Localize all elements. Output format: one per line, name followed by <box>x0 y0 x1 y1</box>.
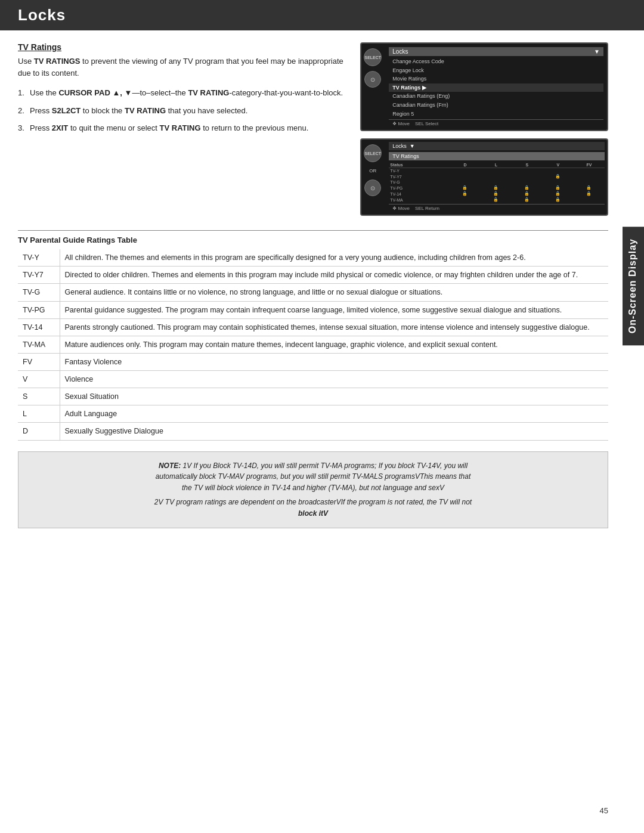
rating-description: Mature audiences only. This program may … <box>60 336 608 353</box>
top-section: TV Ratings Use TV RATINGS to prevent the… <box>18 42 608 216</box>
ratings-table-title: TV Parental Guide Ratings Table <box>18 231 608 244</box>
step-3: 3. Press 2XIT to quit the menu or select… <box>18 122 348 134</box>
table-row: TV-14 Parents strongly cautioned. This p… <box>18 318 608 336</box>
table-row: FV Fantasy Violence <box>18 353 608 370</box>
menu-item-canadian-eng: Canadian Ratings (Eng) <box>389 92 603 101</box>
right-column: SELECT ⊙ Locks ▼ Change Access Code Enga… <box>360 42 608 216</box>
screen1-menu-title: Locks ▼ <box>389 47 603 56</box>
menu-item-movie-ratings: Movie Ratings <box>389 75 603 83</box>
col-header-s: S <box>512 162 543 168</box>
ratings-section: TV Parental Guide Ratings Table TV-Y All… <box>18 230 608 440</box>
rating-label: TV-PG <box>18 301 60 318</box>
rating-description: Fantasy Violence <box>60 353 608 370</box>
rating-label: D <box>18 423 60 440</box>
col-header-fv: FV <box>574 162 605 168</box>
rating-label: L <box>18 405 60 423</box>
table-row: TV-Y <box>389 168 605 174</box>
rating-label: TV-14 <box>18 318 60 336</box>
rating-label: TV-Y7 <box>18 267 60 284</box>
table-row: TV-G General audience. It contains littl… <box>18 284 608 301</box>
table-row: TV-MA 🔒🔒🔒 <box>389 197 605 203</box>
rating-description: Adult Language <box>60 405 608 423</box>
table-row: TV-14 🔒🔒🔒🔒🔒 <box>389 191 605 197</box>
table-row: TV-PG Parental guidance suggested. The p… <box>18 301 608 318</box>
rating-description: Parental guidance suggested. The program… <box>60 301 608 318</box>
main-content: TV Ratings Use TV RATINGS to prevent the… <box>0 30 644 540</box>
or-label: OR <box>368 167 377 175</box>
col-header-status: Status <box>389 162 450 168</box>
page-header: Locks <box>0 0 644 30</box>
col-header-d: D <box>450 162 481 168</box>
screen2-sub-menu: TV Ratings <box>389 152 605 160</box>
rating-label: FV <box>18 353 60 370</box>
select-button-1[interactable]: SELECT <box>364 48 382 66</box>
table-row: TV-Y7 🔒 <box>389 174 605 179</box>
dpad-2[interactable]: ⊙ <box>364 179 381 196</box>
screen-mockup-1: SELECT ⊙ Locks ▼ Change Access Code Enga… <box>360 42 608 131</box>
screen-mockup-2: SELECT OR ⊙ Locks ▼ TV Ratings Status <box>360 138 608 216</box>
table-row: TV-G <box>389 179 605 185</box>
screen2-buttons: SELECT OR ⊙ <box>361 140 384 201</box>
menu-item-engage-lock: Engage Lock <box>389 66 603 75</box>
note-box: NOTE: 1V If you Block TV-14D, you will s… <box>18 451 608 528</box>
screen1-display: Locks ▼ Change Access Code Engage Lock M… <box>388 44 607 130</box>
page-number: 45 <box>600 806 608 815</box>
table-row: TV-Y7 Directed to older children. Themes… <box>18 267 608 284</box>
table-row: S Sexual Situation <box>18 388 608 405</box>
step-2-num: 2. <box>18 105 24 117</box>
left-column: TV Ratings Use TV RATINGS to prevent the… <box>18 42 348 216</box>
rating-label: V <box>18 371 60 388</box>
rating-description: Violence <box>60 371 608 388</box>
rating-description: All children. The themes and elements in… <box>60 249 608 267</box>
rating-description: Directed to older children. Themes and e… <box>60 267 608 284</box>
step-1-num: 1. <box>18 87 24 99</box>
step-1: 1. Use the CURSOR PAD ▲, ▼—to–select–the… <box>18 87 348 99</box>
tv-ratings-intro: Use TV RATINGS to prevent the viewing of… <box>18 55 348 79</box>
rating-description: Sexually Suggestive Dialogue <box>60 423 608 440</box>
tv-ratings-title: TV Ratings <box>18 42 348 52</box>
table-row: V Violence <box>18 371 608 388</box>
menu-item-canadian-frn: Canadian Ratings (Frn) <box>389 101 603 110</box>
rating-label: TV-Y <box>18 249 60 267</box>
screen1-buttons: SELECT ⊙ <box>361 44 384 92</box>
rating-description: General audience. It contains little or … <box>60 284 608 301</box>
screen2-menu-title: Locks ▼ <box>389 142 605 150</box>
side-tab: On-Screen Display <box>623 227 644 345</box>
screen1-footer: ❖ Move SEL Select <box>389 119 603 128</box>
ratings-guide-table: TV-Y All children. The themes and elemen… <box>18 249 608 440</box>
rating-label: TV-G <box>18 284 60 301</box>
menu-item-region5: Region 5 <box>389 110 603 119</box>
screen2-display: Locks ▼ TV Ratings Status D L S V <box>388 140 607 215</box>
note-text-2: 2V TV program ratings are dependent on t… <box>29 497 597 519</box>
col-header-v: V <box>543 162 574 168</box>
menu-item-tv-ratings: TV Ratings ▶ <box>389 83 603 92</box>
rating-label: S <box>18 388 60 405</box>
steps-list: 1. Use the CURSOR PAD ▲, ▼—to–select–the… <box>18 87 348 134</box>
rating-description: Parents strongly cautioned. This program… <box>60 318 608 336</box>
col-header-l: L <box>481 162 512 168</box>
dpad-1[interactable]: ⊙ <box>364 71 381 88</box>
table-row: TV-MA Mature audiences only. This progra… <box>18 336 608 353</box>
table-row: TV-PG 🔒🔒🔒🔒🔒 <box>389 185 605 191</box>
table-row: D Sexually Suggestive Dialogue <box>18 423 608 440</box>
table-row: TV-Y All children. The themes and elemen… <box>18 249 608 267</box>
menu-item-change-access: Change Access Code <box>389 57 603 66</box>
screen2-footer: ❖ Move SEL Return <box>389 204 605 212</box>
rating-description: Sexual Situation <box>60 388 608 405</box>
select-button-2[interactable]: SELECT <box>364 144 382 162</box>
table-row: L Adult Language <box>18 405 608 423</box>
ratings-mini-table: Status D L S V FV TV-Y <box>389 162 605 203</box>
page-title: Locks <box>18 6 626 24</box>
rating-label: TV-MA <box>18 336 60 353</box>
step-3-num: 3. <box>18 122 24 134</box>
note-text-1: NOTE: 1V If you Block TV-14D, you will s… <box>29 460 597 494</box>
step-2: 2. Press S2L2CT to block the TV RATING t… <box>18 105 348 117</box>
